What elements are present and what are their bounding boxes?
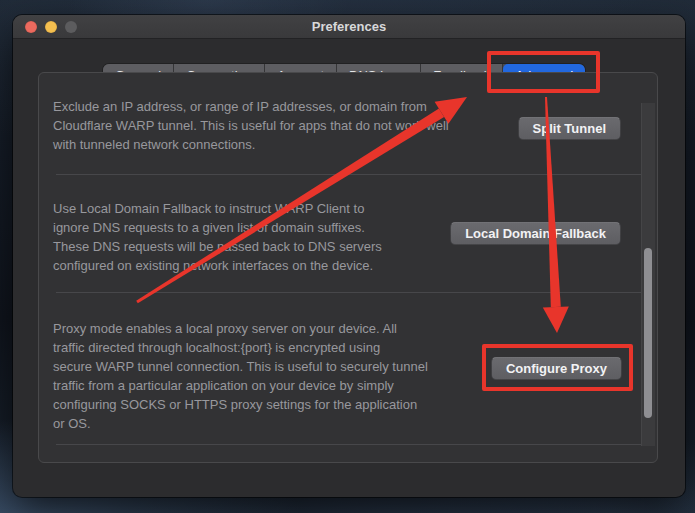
local-domain-fallback-button[interactable]: Local Domain Fallback	[450, 222, 621, 245]
window-title: Preferences	[13, 15, 685, 39]
titlebar[interactable]: Preferences	[13, 15, 685, 39]
section-divider	[56, 444, 641, 445]
desktop-wallpaper: Preferences General Connection Account D…	[0, 0, 695, 513]
advanced-settings-panel: Exclude an IP address, or range of IP ad…	[38, 72, 658, 463]
section-divider	[56, 174, 641, 175]
scrollbar-track[interactable]	[641, 103, 655, 446]
preferences-window: Preferences General Connection Account D…	[13, 15, 685, 497]
local-domain-fallback-description: Use Local Domain Fallback to instruct WA…	[53, 199, 382, 275]
section-divider	[56, 292, 641, 293]
split-tunnel-button[interactable]: Split Tunnel	[518, 117, 621, 140]
proxy-mode-description: Proxy mode enables a local proxy server …	[53, 319, 428, 433]
split-tunnel-description: Exclude an IP address, or range of IP ad…	[53, 97, 449, 154]
scrollbar-thumb[interactable]	[644, 248, 652, 418]
configure-proxy-button[interactable]: Configure Proxy	[491, 357, 622, 380]
